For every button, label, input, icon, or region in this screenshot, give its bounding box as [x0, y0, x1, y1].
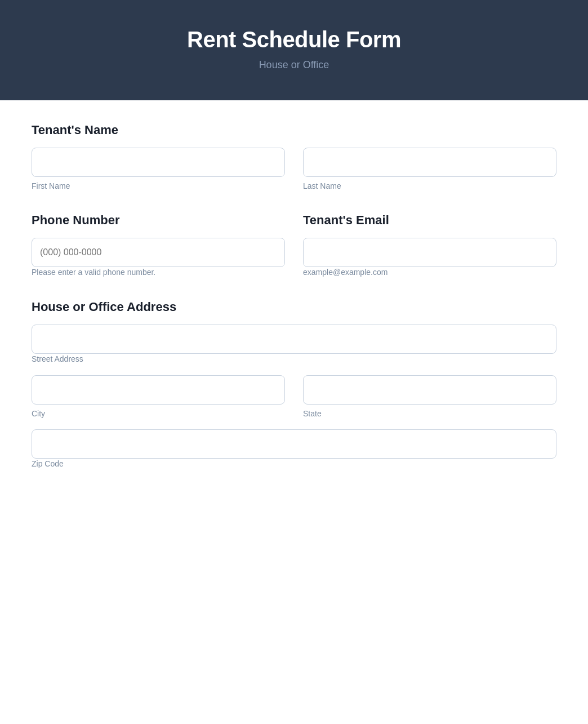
zip-code-input[interactable] [32, 429, 556, 459]
state-label: State [303, 409, 556, 418]
form-body: Tenant's Name First Name Last Name Phone… [0, 100, 588, 514]
address-section: House or Office Address Street Address C… [32, 300, 556, 469]
street-address-input[interactable] [32, 325, 556, 354]
street-address-row: Street Address [32, 325, 556, 364]
first-name-group: First Name [32, 148, 285, 190]
phone-number-title: Phone Number [32, 213, 285, 228]
phone-number-group: Phone Number Please enter a valid phone … [32, 213, 285, 277]
last-name-input[interactable] [303, 148, 556, 177]
page-header: Rent Schedule Form House or Office [0, 0, 588, 100]
phone-label: Please enter a valid phone number. [32, 268, 155, 277]
tenant-email-title: Tenant's Email [303, 213, 556, 228]
last-name-group: Last Name [303, 148, 556, 190]
tenant-email-group: Tenant's Email example@example.com [303, 213, 556, 277]
street-address-label: Street Address [32, 354, 83, 363]
last-name-label: Last Name [303, 181, 556, 190]
state-group: State [303, 375, 556, 418]
name-field-row: First Name Last Name [32, 148, 556, 190]
state-input[interactable] [303, 375, 556, 405]
page-subtitle: House or Office [11, 59, 577, 71]
first-name-input[interactable] [32, 148, 285, 177]
city-label: City [32, 409, 285, 418]
email-label: example@example.com [303, 268, 387, 277]
phone-email-section: Phone Number Please enter a valid phone … [32, 213, 556, 277]
tenant-name-title: Tenant's Name [32, 123, 556, 137]
page-title: Rent Schedule Form [11, 27, 577, 52]
city-input[interactable] [32, 375, 285, 405]
zip-code-label: Zip Code [32, 459, 64, 468]
address-title: House or Office Address [32, 300, 556, 314]
phone-input[interactable] [32, 238, 285, 267]
tenant-name-section: Tenant's Name First Name Last Name [32, 123, 556, 190]
zip-code-row: Zip Code [32, 429, 556, 469]
city-state-row: City State [32, 375, 556, 418]
city-group: City [32, 375, 285, 418]
email-input[interactable] [303, 238, 556, 267]
first-name-label: First Name [32, 181, 285, 190]
